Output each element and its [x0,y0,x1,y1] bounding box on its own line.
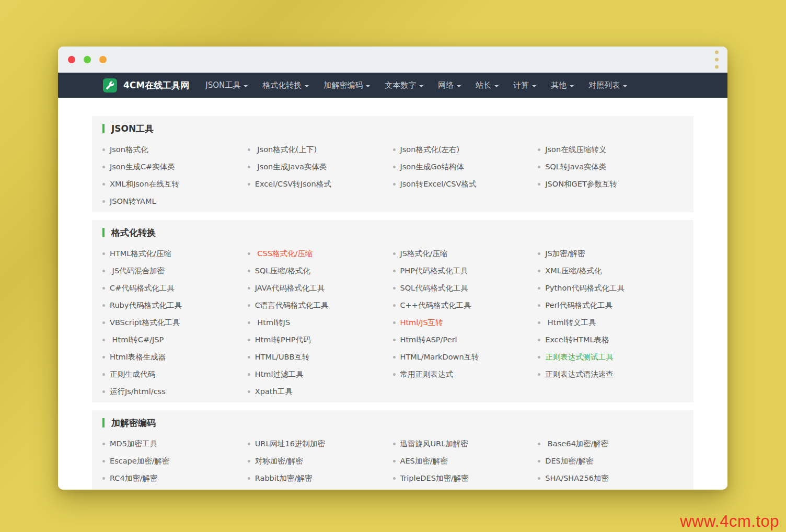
tool-link[interactable]: 迅雷旋风URL加解密 [400,439,468,449]
tool-link[interactable]: Json转Excel/CSV格式 [400,179,477,189]
tool-link[interactable]: Escape加密/解密 [110,456,170,466]
bullet-icon [538,477,540,480]
tool-link[interactable]: Excel/CSV转Json格式 [255,179,331,189]
bullet-icon [538,148,540,151]
tool-link[interactable]: HTML/MarkDown互转 [400,352,479,362]
tool-link[interactable]: MD5加密工具 [110,439,157,449]
tool-link[interactable]: AES加密/解密 [400,456,448,466]
tool-link[interactable]: Json生成Java实体类 [255,162,327,172]
tool-link[interactable]: Html/JS互转 [400,318,443,328]
section-title: 加解密编码 [111,417,156,429]
tool-link[interactable]: Xpath工具 [255,387,293,397]
tool-link[interactable]: CSS格式化/压缩 [255,249,313,259]
tool-link[interactable]: SQL转Java实体类 [545,162,606,172]
chevron-down-icon [305,85,309,87]
minimize-window-button[interactable] [84,56,91,63]
tool-link[interactable]: Html转JS [255,318,290,328]
tool-link[interactable]: Json在线压缩转义 [545,145,606,155]
tool-link[interactable]: Html转C#/JSP [110,335,164,345]
tool-link[interactable]: Json生成C#实体类 [110,162,175,172]
tool-link[interactable]: PHP代码格式化工具 [400,266,468,276]
tool-list-item: 正则表达式语法速查 [538,366,683,383]
window-menu-kebab-icon[interactable] [713,49,720,71]
nav-menu-item[interactable]: JSON工具 [198,73,255,98]
tool-link[interactable]: JAVA代码格式化工具 [255,283,325,293]
tool-link[interactable]: JS加密/解密 [545,249,585,259]
tool-link[interactable]: DES加密/解密 [545,456,593,466]
tool-link[interactable]: C++代码格式化工具 [400,300,471,310]
nav-menu-item-label: 对照列表 [588,80,620,90]
tool-link[interactable]: Excel转HTML表格 [545,335,609,345]
window-titlebar [58,47,727,73]
tool-link[interactable]: Rabbit加密/解密 [255,473,313,483]
tool-link[interactable]: RC4加密/解密 [110,473,158,483]
nav-menu-item[interactable]: 计算 [506,73,544,98]
tool-list-item: Html转义工具 [538,314,683,331]
tool-link[interactable]: XML和Json在线互转 [110,179,179,189]
nav-menu-item[interactable]: 格式化转换 [255,73,316,98]
tool-link[interactable]: Perl代码格式化工具 [545,300,612,310]
nav-menu-item[interactable]: 站长 [468,73,506,98]
tool-list-item: Perl代码格式化工具 [538,297,683,314]
chevron-down-icon [366,85,370,87]
bullet-icon [248,373,250,376]
tool-link[interactable]: SQL代码格式化工具 [400,283,468,293]
tool-link[interactable]: SQL压缩/格式化 [255,266,310,276]
tool-link[interactable]: SHA/SHA256加密 [545,473,609,483]
nav-menu-item[interactable]: 网络 [431,73,468,98]
site-title[interactable]: 4CM在线工具网 [123,79,189,91]
tool-link[interactable]: 正则表达式测试工具 [545,352,614,362]
tool-link[interactable]: Html表格生成器 [110,352,166,362]
tool-link[interactable]: 运行Js/html/css [110,387,166,397]
tool-link[interactable]: TripleDES加密/解密 [400,473,469,483]
tool-link[interactable]: 对称加密/解密 [255,456,303,466]
tool-link[interactable]: 正则表达式语法速查 [545,369,614,379]
nav-menu-item[interactable]: 其他 [544,73,581,98]
tool-link[interactable]: Html过滤工具 [255,369,304,379]
tool-link[interactable]: URL网址16进制加密 [255,439,325,449]
tool-link[interactable]: Json生成Go结构体 [400,162,465,172]
tool-link[interactable]: Json格式化(左右) [400,145,460,155]
tool-list-item: JS格式化/压缩 [393,245,538,262]
tool-link[interactable]: Json格式化 [110,145,148,155]
nav-menu-item-label: JSON工具 [205,80,240,90]
nav-menu-item[interactable]: 对照列表 [581,73,634,98]
bullet-icon [248,339,250,341]
tool-list-item: Xpath工具 [248,383,393,400]
tool-list-item: Base64加密/解密 [538,435,683,453]
tool-link[interactable]: JSON和GET参数互转 [545,179,617,189]
tool-link[interactable]: Python代码格式化工具 [545,283,625,293]
tool-link[interactable]: Html转义工具 [545,318,596,328]
tool-link[interactable]: VBScript格式化工具 [110,318,180,328]
bullet-icon [393,166,396,168]
tool-list-item: 正则生成代码 [102,366,248,383]
close-window-button[interactable] [68,56,75,63]
tool-link[interactable]: HTML/UBB互转 [255,352,310,362]
tool-link[interactable]: 常用正则表达式 [400,369,454,379]
tool-link[interactable]: JSON转YAML [110,196,156,206]
site-logo[interactable] [103,78,117,92]
tool-link[interactable]: 正则生成代码 [110,369,155,379]
bullet-icon [248,252,250,255]
tool-link[interactable]: Base64加密/解密 [545,439,608,449]
tool-link[interactable]: Html转PHP代码 [255,335,311,345]
tool-link[interactable]: Json格式化(上下) [255,145,317,155]
maximize-window-button[interactable] [99,56,107,63]
tool-list-item: Excel/CSV转Json格式 [248,176,393,193]
tool-link[interactable]: C#代码格式化工具 [110,283,175,293]
nav-menu-item-label: 计算 [513,80,529,90]
nav-menu-item[interactable]: 文本数字 [377,73,431,98]
nav-menu-item[interactable]: 加解密编码 [316,73,377,98]
tool-link[interactable]: C语言代码格式化工具 [255,300,329,310]
nav-menu-item-label: 站长 [476,80,491,90]
desktop-background: { "navbar": { "brand": "4CM在线工具网", "item… [0,0,786,532]
tool-link[interactable]: JS代码混合加密 [110,266,165,276]
bullet-icon [102,270,105,272]
nav-menu-item-label: 格式化转换 [262,80,302,90]
tool-link[interactable]: Html转ASP/Perl [400,335,457,345]
tool-link[interactable]: JS格式化/压缩 [400,249,448,259]
tool-link[interactable]: Ruby代码格式化工具 [110,300,182,310]
tool-link[interactable]: XML压缩/格式化 [545,266,602,276]
tool-link[interactable]: HTML格式化/压缩 [110,249,171,259]
tool-list-item: JS加密/解密 [538,245,683,262]
